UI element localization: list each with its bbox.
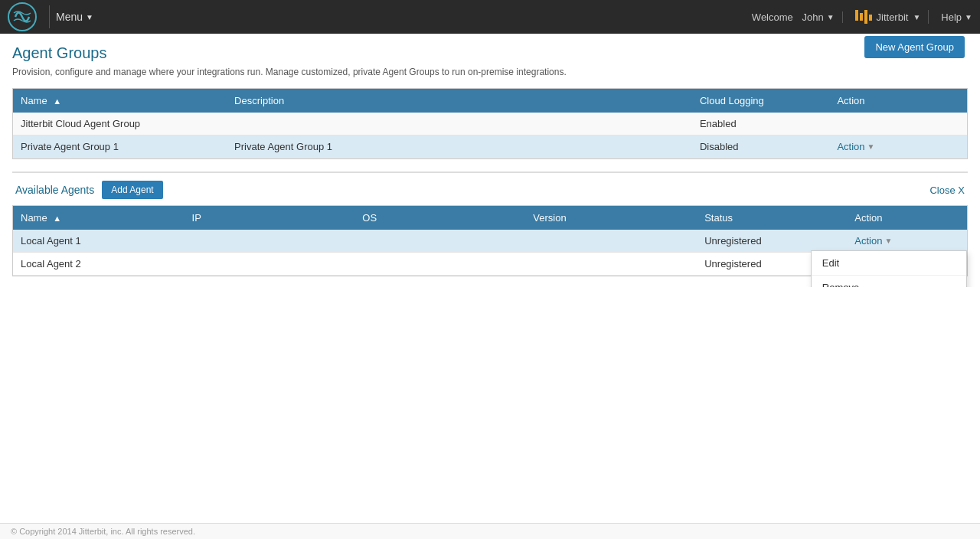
row-description bbox=[227, 113, 692, 136]
col-agent-action: Action bbox=[847, 206, 967, 230]
navbar-right: Welcome John ▼ Jitterbit ▼ Help ▼ bbox=[752, 10, 972, 24]
row-action: Action ▼ bbox=[829, 136, 967, 158]
welcome-caret-icon: ▼ bbox=[827, 13, 835, 21]
agent-ip bbox=[185, 230, 355, 253]
available-agents-table-container: Name ▲ IP OS Version Statu bbox=[12, 205, 968, 276]
col-cloud-logging: Cloud Logging bbox=[692, 89, 830, 113]
page-title: Agent Groups bbox=[12, 44, 968, 62]
table-row: Private Agent Group 1 Private Agent Grou… bbox=[13, 136, 967, 158]
col-description: Description bbox=[227, 89, 692, 113]
col-os: OS bbox=[354, 206, 525, 230]
new-agent-group-button[interactable]: New Agent Group bbox=[864, 36, 965, 58]
welcome-section: Welcome John ▼ bbox=[752, 11, 843, 23]
sort-icon: ▲ bbox=[53, 96, 61, 106]
help-caret-icon: ▼ bbox=[965, 13, 972, 21]
agent-sort-icon: ▲ bbox=[53, 214, 61, 223]
menu-button[interactable]: Menu ▼ bbox=[56, 11, 93, 23]
col-action: Action bbox=[829, 89, 967, 113]
agent-ip bbox=[185, 253, 355, 276]
col-name[interactable]: Name ▲ bbox=[13, 89, 227, 113]
action-dropdown-menu: Edit Remove Download Windows Agent Downl… bbox=[811, 250, 967, 287]
col-version: Version bbox=[525, 206, 697, 230]
agent-name: Local Agent 2 bbox=[13, 253, 185, 276]
available-agents-title: Available Agents bbox=[15, 184, 94, 196]
agent-os bbox=[354, 230, 525, 253]
agent-action-button[interactable]: Action ▼ bbox=[854, 235, 892, 247]
jitterbit-icon bbox=[855, 10, 872, 24]
agent-status: Unregistered bbox=[697, 230, 847, 253]
page-content: Agent Groups New Agent Group Provision, … bbox=[0, 34, 980, 287]
agent-groups-header-row: Name ▲ Description Cloud Logging Action bbox=[13, 89, 967, 113]
menu-caret-icon: ▼ bbox=[86, 13, 93, 21]
help-section[interactable]: Help ▼ bbox=[933, 11, 972, 23]
agent-groups-thead: Name ▲ Description Cloud Logging Action bbox=[13, 89, 967, 113]
agent-os bbox=[354, 253, 525, 276]
agents-header: Available Agents Add Agent Close X bbox=[12, 181, 968, 199]
dropdown-item-edit[interactable]: Edit bbox=[812, 251, 966, 276]
row-name: Jitterbit Cloud Agent Group bbox=[13, 113, 227, 136]
available-agents-thead: Name ▲ IP OS Version Statu bbox=[13, 206, 967, 230]
jitterbit-caret-icon: ▼ bbox=[913, 13, 920, 21]
row-description: Private Agent Group 1 bbox=[227, 136, 692, 158]
add-agent-button[interactable]: Add Agent bbox=[102, 181, 162, 199]
table-row: Jitterbit Cloud Agent Group Enabled bbox=[13, 113, 967, 136]
row-action bbox=[829, 113, 967, 136]
agent-groups-tbody: Jitterbit Cloud Agent Group Enabled Priv… bbox=[13, 113, 967, 158]
row-name: Private Agent Group 1 bbox=[13, 136, 227, 158]
agent-name: Local Agent 1 bbox=[13, 230, 185, 253]
logo[interactable] bbox=[8, 2, 37, 31]
available-agents-section: Available Agents Add Agent Close X Name … bbox=[12, 172, 968, 276]
agent-version bbox=[525, 253, 697, 276]
page-subtitle: Provision, configure and manage where yo… bbox=[12, 67, 968, 77]
agent-groups-table-container: Name ▲ Description Cloud Logging Action bbox=[12, 88, 968, 159]
available-agents-header-row: Name ▲ IP OS Version Statu bbox=[13, 206, 967, 230]
close-button[interactable]: Close X bbox=[929, 185, 965, 196]
table-row: Local Agent 1 Unregistered Action ▼ bbox=[13, 230, 967, 253]
row-cloud-logging: Disabled bbox=[692, 136, 830, 158]
dropdown-item-remove[interactable]: Remove bbox=[812, 276, 966, 287]
group-action-button[interactable]: Action ▼ bbox=[837, 141, 874, 152]
action-caret-icon: ▼ bbox=[867, 142, 875, 151]
col-agent-name[interactable]: Name ▲ bbox=[13, 206, 185, 230]
agent-groups-table: Name ▲ Description Cloud Logging Action bbox=[13, 89, 967, 158]
col-ip: IP bbox=[185, 206, 355, 230]
navbar: Menu ▼ Welcome John ▼ Jitterbit ▼ Help ▼ bbox=[0, 0, 980, 34]
agent-action-cell: Action ▼ bbox=[847, 230, 967, 253]
nav-divider bbox=[49, 5, 50, 28]
jitterbit-section[interactable]: Jitterbit ▼ bbox=[848, 10, 929, 24]
agent-action-caret-icon: ▼ bbox=[884, 237, 892, 245]
row-cloud-logging: Enabled bbox=[692, 113, 830, 136]
agent-version bbox=[525, 230, 697, 253]
col-status: Status bbox=[697, 206, 847, 230]
